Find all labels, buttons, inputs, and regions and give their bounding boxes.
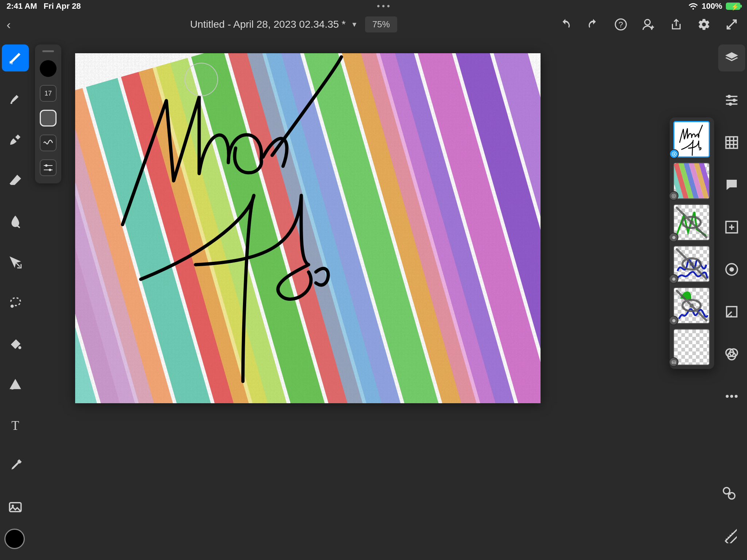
undo-button[interactable] xyxy=(559,18,572,31)
document-title[interactable]: Untitled - April 28, 2023 02.34.35 * xyxy=(190,19,346,30)
workspace: T 17 xyxy=(0,36,747,560)
svg-point-33 xyxy=(673,153,675,155)
svg-text:T: T xyxy=(11,419,19,433)
layer-thumb-1-background[interactable] xyxy=(673,329,710,365)
artwork-handwriting-layer xyxy=(75,53,541,403)
status-time: 2:41 AM xyxy=(7,1,37,11)
text-tool[interactable]: T xyxy=(2,412,29,439)
layer-visibility-icon[interactable] xyxy=(669,191,678,201)
status-date: Fri Apr 28 xyxy=(44,1,81,11)
settings-button[interactable] xyxy=(697,18,711,31)
svg-point-55 xyxy=(729,102,732,106)
touch-shortcut-button[interactable] xyxy=(716,480,743,507)
share-button[interactable] xyxy=(670,18,683,31)
svg-point-50 xyxy=(689,303,694,308)
layers-button[interactable] xyxy=(718,44,745,71)
svg-point-53 xyxy=(727,95,731,98)
svg-point-11 xyxy=(45,164,47,167)
svg-point-64 xyxy=(726,395,729,398)
svg-point-45 xyxy=(672,236,676,239)
svg-point-65 xyxy=(730,395,733,398)
svg-text:?: ? xyxy=(619,20,623,29)
svg-rect-56 xyxy=(726,137,738,148)
right-foot-tools xyxy=(716,480,743,549)
layers-panel[interactable] xyxy=(670,117,714,369)
svg-point-51 xyxy=(672,319,676,322)
color-swatch-current[interactable] xyxy=(4,529,25,549)
svg-point-7 xyxy=(18,346,21,349)
brush-hardness-chip[interactable] xyxy=(40,110,57,127)
live-brush-tool[interactable] xyxy=(2,85,29,112)
document-canvas[interactable] xyxy=(75,53,541,403)
zoom-level[interactable]: 75% xyxy=(365,16,397,32)
invite-button[interactable] xyxy=(642,18,655,31)
redo-button[interactable] xyxy=(587,18,600,31)
move-transform-tool[interactable] xyxy=(2,249,29,276)
background-layer-icon[interactable] xyxy=(669,357,678,367)
fill-tool[interactable] xyxy=(2,330,29,357)
layer-thumb-4[interactable] xyxy=(673,204,710,241)
layer-target-icon[interactable] xyxy=(669,149,679,159)
svg-point-48 xyxy=(672,277,676,281)
grid-button[interactable] xyxy=(718,129,745,156)
pixel-brush-tool[interactable] xyxy=(2,44,29,71)
eyedropper-tool[interactable] xyxy=(2,453,29,480)
layer-visibility-icon[interactable] xyxy=(669,316,678,325)
add-layer-button[interactable] xyxy=(718,214,745,241)
right-tool-rail xyxy=(716,44,747,410)
shapes-tool[interactable] xyxy=(2,371,29,398)
place-image-tool[interactable] xyxy=(2,494,29,521)
fullscreen-button[interactable] xyxy=(725,18,738,31)
layer-thumb-3[interactable] xyxy=(673,246,710,282)
brush-color-chip[interactable] xyxy=(40,60,57,77)
layer-visibility-icon[interactable] xyxy=(669,274,678,284)
app-top-bar: ‹ Untitled - April 28, 2023 02.34.35 * ▾… xyxy=(0,12,747,36)
svg-rect-4 xyxy=(11,62,13,64)
brush-size-value[interactable]: 17 xyxy=(40,85,57,102)
layer-thumb-2[interactable] xyxy=(673,287,710,324)
help-button[interactable]: ? xyxy=(614,18,627,31)
svg-point-12 xyxy=(49,169,51,171)
svg-point-6 xyxy=(11,304,14,308)
svg-point-5 xyxy=(11,102,12,104)
multitask-dots-icon[interactable]: ••• xyxy=(377,1,392,11)
lasso-select-tool[interactable] xyxy=(2,289,29,316)
svg-point-2 xyxy=(645,20,650,25)
back-button[interactable]: ‹ xyxy=(7,18,28,32)
brush-more-settings-chip[interactable] xyxy=(40,159,57,176)
svg-point-44 xyxy=(689,220,694,225)
appearance-button[interactable] xyxy=(718,256,745,283)
brush-smoothing-chip[interactable] xyxy=(40,135,57,151)
svg-point-47 xyxy=(689,262,694,266)
layer-visibility-icon[interactable] xyxy=(669,233,678,242)
svg-point-59 xyxy=(729,267,734,272)
chevron-down-icon[interactable]: ▾ xyxy=(352,20,356,29)
eraser-tool[interactable] xyxy=(2,167,29,194)
left-tool-rail: T xyxy=(0,44,31,521)
color-harmony-button[interactable] xyxy=(718,341,745,368)
layer-thumb-5[interactable] xyxy=(673,163,710,199)
comments-button[interactable] xyxy=(718,171,745,198)
battery-icon: ⚡ xyxy=(726,3,740,10)
wifi-icon xyxy=(688,3,698,10)
layer-thumb-6[interactable] xyxy=(673,121,710,158)
battery-percent: 100% xyxy=(702,1,722,11)
more-options-button[interactable] xyxy=(718,383,745,410)
precision-button[interactable] xyxy=(718,298,745,325)
ipad-status-bar: 2:41 AM Fri Apr 28 ••• 100% ⚡ xyxy=(0,0,747,12)
brush-options-panel[interactable]: 17 xyxy=(35,44,61,183)
ruler-button[interactable] xyxy=(716,522,743,549)
svg-point-42 xyxy=(673,195,674,197)
smudge-tool[interactable] xyxy=(2,208,29,235)
drag-handle-icon[interactable] xyxy=(42,50,54,52)
vector-brush-tool[interactable] xyxy=(2,126,29,153)
svg-point-66 xyxy=(735,395,738,398)
layer-properties-button[interactable] xyxy=(718,87,745,114)
svg-point-54 xyxy=(732,98,736,102)
